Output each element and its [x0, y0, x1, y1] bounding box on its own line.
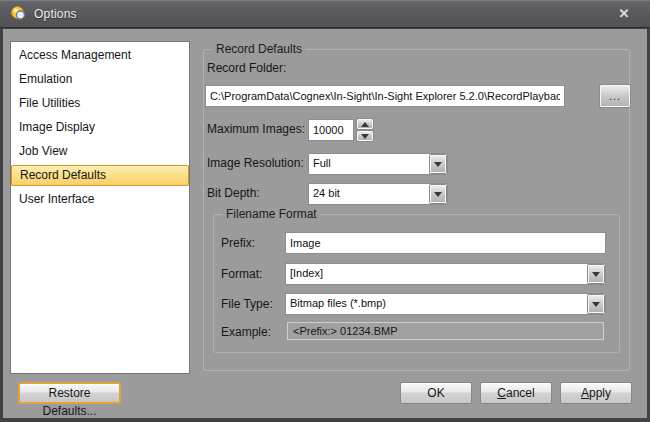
prefix-input[interactable]	[285, 232, 606, 254]
apply-button[interactable]: Apply	[560, 382, 632, 404]
prefix-label: Prefix:	[221, 236, 255, 250]
spin-down-icon[interactable]	[357, 131, 373, 141]
sidebar-item-job-view[interactable]: Job View	[11, 141, 189, 162]
sidebar-item-image-display[interactable]: Image Display	[11, 117, 189, 138]
sidebar-item-emulation[interactable]: Emulation	[11, 69, 189, 90]
ok-button[interactable]: OK	[400, 382, 472, 404]
file-type-value: Bitmap files (*.bmp)	[286, 294, 587, 314]
close-icon[interactable]: ✕	[612, 4, 636, 24]
maximum-images-stepper	[357, 119, 373, 141]
titlebar[interactable]: Options ✕	[0, 0, 650, 28]
image-resolution-label: Image Resolution:	[207, 156, 304, 170]
image-resolution-select[interactable]: Full	[308, 153, 448, 175]
example-value: <Prefix:> 01234.BMP	[287, 322, 604, 340]
dropdown-arrow-icon[interactable]	[588, 295, 604, 313]
maximum-images-label: Maximum Images:	[207, 122, 305, 136]
window-title: Options	[34, 7, 77, 21]
dropdown-arrow-icon[interactable]	[430, 185, 446, 203]
maximum-images-input[interactable]	[308, 119, 354, 141]
example-label: Example:	[221, 325, 271, 339]
category-list: Access Management Emulation File Utiliti…	[10, 41, 190, 374]
dropdown-arrow-icon[interactable]	[588, 265, 604, 283]
bit-depth-label: Bit Depth:	[207, 186, 260, 200]
options-dialog: Options ✕ Access Management Emulation Fi…	[0, 0, 650, 422]
bit-depth-value: 24 bit	[309, 184, 429, 204]
spin-up-icon[interactable]	[357, 119, 373, 129]
format-value: [Index]	[286, 264, 587, 284]
sidebar-item-file-utilities[interactable]: File Utilities	[11, 93, 189, 114]
filename-format-group-title: Filename Format	[222, 207, 321, 221]
format-label: Format:	[221, 267, 262, 281]
image-resolution-value: Full	[309, 154, 429, 174]
record-folder-input[interactable]	[205, 85, 565, 107]
record-folder-label: Record Folder:	[207, 61, 286, 75]
restore-defaults-button[interactable]: Restore Defaults...	[18, 382, 121, 404]
sidebar-item-access-management[interactable]: Access Management	[11, 45, 189, 66]
dropdown-arrow-icon[interactable]	[430, 155, 446, 173]
options-gear-magnifier-icon	[10, 5, 27, 22]
file-type-label: File Type:	[221, 297, 273, 311]
sidebar-item-record-defaults[interactable]: Record Defaults	[11, 165, 189, 186]
bit-depth-select[interactable]: 24 bit	[308, 183, 448, 205]
dialog-body: Access Management Emulation File Utiliti…	[3, 29, 647, 418]
record-defaults-group-title: Record Defaults	[212, 42, 306, 56]
file-type-select[interactable]: Bitmap files (*.bmp)	[285, 293, 606, 315]
sidebar-item-user-interface[interactable]: User Interface	[11, 189, 189, 210]
format-select[interactable]: [Index]	[285, 263, 606, 285]
cancel-button[interactable]: Cancel	[480, 382, 552, 404]
browse-button[interactable]: ...	[600, 85, 630, 107]
